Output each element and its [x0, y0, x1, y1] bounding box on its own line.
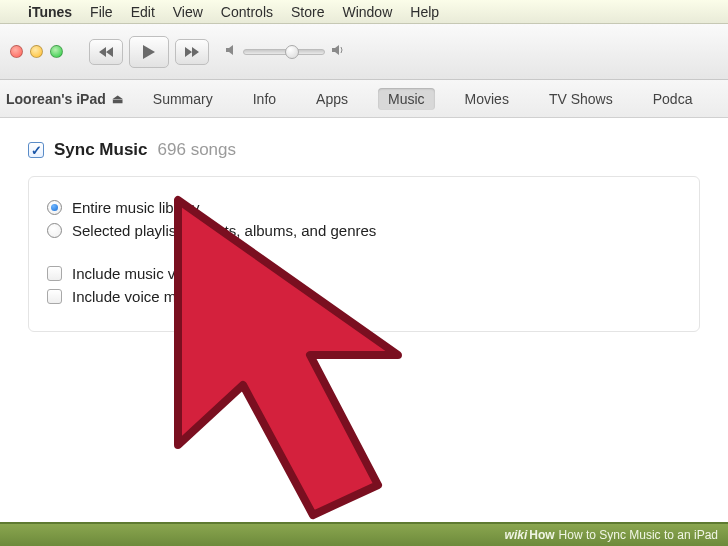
- song-count: 696 songs: [158, 140, 236, 160]
- include-memos-label: Include voice memos: [72, 288, 213, 305]
- checkbox-icon: [47, 289, 62, 304]
- previous-button[interactable]: [89, 39, 123, 65]
- wikihow-caption-bar: wikiHow How to Sync Music to an iPad: [0, 522, 728, 546]
- window-minimize-button[interactable]: [30, 45, 43, 58]
- sync-music-checkbox[interactable]: ✓: [28, 142, 44, 158]
- volume-high-icon: [331, 44, 345, 59]
- radio-entire-label: Entire music library: [72, 199, 200, 216]
- wikihow-caption-text: How to Sync Music to an iPad: [559, 528, 718, 542]
- checkbox-icon: [47, 266, 62, 281]
- music-sync-pane: ✓ Sync Music 696 songs Entire music libr…: [0, 118, 728, 354]
- eject-icon[interactable]: ⏏: [112, 92, 123, 106]
- tab-summary[interactable]: Summary: [143, 88, 223, 110]
- menu-view[interactable]: View: [173, 4, 203, 20]
- tab-movies[interactable]: Movies: [455, 88, 519, 110]
- include-videos-label: Include music videos: [72, 265, 211, 282]
- checkbox-include-videos[interactable]: Include music videos: [47, 265, 681, 282]
- tab-info[interactable]: Info: [243, 88, 286, 110]
- menu-file[interactable]: File: [90, 4, 113, 20]
- volume-thumb[interactable]: [285, 45, 299, 59]
- playback-controls: [89, 36, 209, 68]
- menu-edit[interactable]: Edit: [131, 4, 155, 20]
- radio-icon: [47, 223, 62, 238]
- menu-window[interactable]: Window: [342, 4, 392, 20]
- sync-music-title: Sync Music: [54, 140, 148, 160]
- menu-controls[interactable]: Controls: [221, 4, 273, 20]
- device-tab-bar: Loorean's iPad ⏏ Summary Info Apps Music…: [0, 80, 728, 118]
- window-close-button[interactable]: [10, 45, 23, 58]
- osx-menubar: iTunes File Edit View Controls Store Win…: [0, 0, 728, 24]
- tab-apps[interactable]: Apps: [306, 88, 358, 110]
- wikihow-brand-wiki: wiki: [505, 528, 528, 542]
- app-menu[interactable]: iTunes: [28, 4, 72, 20]
- volume-control[interactable]: [225, 44, 345, 59]
- itunes-window: Loorean's iPad ⏏ Summary Info Apps Music…: [0, 24, 728, 354]
- window-zoom-button[interactable]: [50, 45, 63, 58]
- menu-help[interactable]: Help: [410, 4, 439, 20]
- device-name[interactable]: Loorean's iPad ⏏: [6, 91, 123, 107]
- volume-slider[interactable]: [243, 49, 325, 55]
- window-traffic-lights: [10, 45, 63, 58]
- checkbox-include-memos[interactable]: Include voice memos: [47, 288, 681, 305]
- menu-store[interactable]: Store: [291, 4, 324, 20]
- sync-music-header: ✓ Sync Music 696 songs: [28, 140, 700, 160]
- radio-selected-label: Selected playlists, artists, albums, and…: [72, 222, 376, 239]
- play-button[interactable]: [129, 36, 169, 68]
- itunes-toolbar: [0, 24, 728, 80]
- radio-selected-items[interactable]: Selected playlists, artists, albums, and…: [47, 222, 681, 239]
- sync-options-group: Entire music library Selected playlists,…: [28, 176, 700, 332]
- radio-entire-library[interactable]: Entire music library: [47, 199, 681, 216]
- device-name-label: Loorean's iPad: [6, 91, 106, 107]
- tab-tvshows[interactable]: TV Shows: [539, 88, 623, 110]
- wikihow-brand-how: How: [529, 528, 554, 542]
- volume-low-icon: [225, 44, 237, 59]
- next-button[interactable]: [175, 39, 209, 65]
- tab-podcasts[interactable]: Podca: [643, 88, 703, 110]
- radio-icon: [47, 200, 62, 215]
- tab-music[interactable]: Music: [378, 88, 435, 110]
